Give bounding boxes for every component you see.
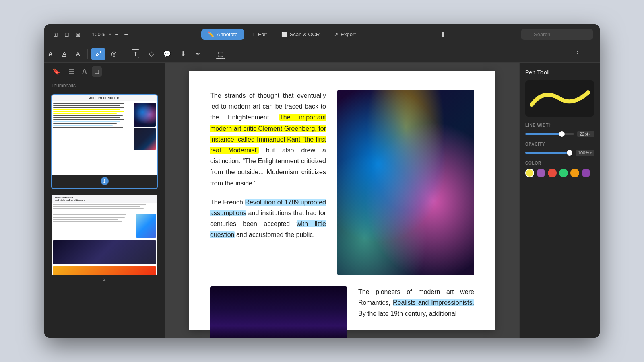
line-width-label: LINE WIDTH bbox=[525, 123, 594, 128]
search-wrapper bbox=[521, 29, 593, 40]
paragraph-2: The French Revolution of 1789 uprooted a… bbox=[210, 197, 326, 241]
tab-scan-ocr-label: Scan & OCR bbox=[290, 31, 320, 37]
thumbnail-img-2a bbox=[53, 240, 156, 264]
thumbnail-page-1[interactable]: MODERN CONCEPTS bbox=[51, 94, 158, 189]
opacity-label: OPACITY bbox=[525, 142, 594, 146]
stamp-btn[interactable]: ⬇ bbox=[177, 48, 190, 60]
thumbnail-img-2b bbox=[53, 266, 156, 275]
comment-icon: 💬 bbox=[163, 50, 171, 58]
color-swatch-purple[interactable] bbox=[537, 169, 545, 177]
thumbnail-text-1 bbox=[53, 103, 132, 174]
sidebar: 🔖 ☰ A □ Thumbnails MODERN CONCEPTS bbox=[44, 63, 165, 338]
doc-image-top bbox=[337, 90, 474, 275]
sidebar-tab-pages[interactable]: □ bbox=[92, 66, 102, 77]
signature-icon: ✒ bbox=[196, 50, 201, 58]
color-swatch-green[interactable] bbox=[559, 169, 568, 177]
highlight-btn[interactable]: 🖊 bbox=[91, 48, 105, 60]
color-swatches bbox=[525, 169, 594, 177]
page-2-num: 2 bbox=[52, 275, 157, 283]
annotate-icon: ✏️ bbox=[208, 31, 214, 37]
thumbnail-page-2[interactable]: Postmodernismand high-tech architecture bbox=[51, 194, 158, 284]
comment-btn[interactable]: 💬 bbox=[159, 48, 175, 60]
opacity-value[interactable]: 100% ▾ bbox=[576, 150, 594, 156]
line-width-dropdown-icon: ▾ bbox=[589, 132, 590, 136]
main-content: 🔖 ☰ A □ Thumbnails MODERN CONCEPTS bbox=[44, 63, 600, 338]
zoom-value[interactable]: 100% bbox=[89, 31, 107, 38]
doc-content-bottom: The pioneers of modern art were Romantic… bbox=[210, 286, 474, 338]
tab-edit-label: Edit bbox=[258, 31, 266, 37]
thumbnail-body-2 bbox=[52, 203, 157, 275]
opacity-row: 100% ▾ bbox=[525, 150, 594, 156]
split-view-btn[interactable]: ⊠ bbox=[73, 30, 83, 39]
opacity-track[interactable] bbox=[525, 152, 572, 154]
tab-annotate[interactable]: ✏️ Annotate bbox=[201, 29, 244, 40]
thumbnail-header-2: Postmodernismand high-tech architecture bbox=[52, 195, 157, 203]
select-icon: ⬚ bbox=[216, 49, 225, 59]
annotation-toolbar: A A A 🖊 ◎ T ◇ 💬 ⬇ ✒ ⬚ bbox=[44, 45, 600, 63]
doc-image-fluid bbox=[337, 90, 474, 275]
pen-preview bbox=[525, 80, 594, 117]
highlight-2a: Revolution of 1789 uprooted assumptions bbox=[210, 199, 326, 216]
paragraph-3: The pioneers of modern art were Romantic… bbox=[358, 286, 474, 338]
text-style-btn[interactable]: A bbox=[44, 48, 57, 60]
chevron-down-icon: ▾ bbox=[109, 32, 111, 37]
thumbnail-card-2: Postmodernismand high-tech architecture bbox=[52, 195, 157, 275]
signature-btn[interactable]: ✒ bbox=[192, 48, 205, 60]
sidebar-tab-list[interactable]: ☰ bbox=[65, 66, 77, 77]
underline-btn[interactable]: A bbox=[58, 48, 70, 60]
eraser-btn[interactable]: ◎ bbox=[107, 47, 121, 60]
tab-annotate-label: Annotate bbox=[217, 31, 237, 37]
document-area[interactable]: The strands of thought that eventually l… bbox=[165, 63, 519, 338]
opacity-thumb[interactable] bbox=[567, 150, 572, 156]
underline-icon: A bbox=[62, 50, 66, 57]
line-width-value[interactable]: 22pt ▾ bbox=[577, 131, 594, 137]
edit-icon: T bbox=[252, 31, 256, 37]
thumbnail-img-top bbox=[134, 103, 156, 127]
zoom-in-btn[interactable]: + bbox=[122, 30, 130, 39]
sidebar-tab-text[interactable]: A bbox=[79, 66, 90, 77]
tab-scan-ocr[interactable]: ⬜ Scan & OCR bbox=[275, 29, 326, 40]
toolbar-divider-1 bbox=[87, 49, 88, 59]
opacity-dropdown-icon: ▾ bbox=[590, 151, 592, 155]
zoom-out-btn[interactable]: − bbox=[113, 30, 120, 39]
color-swatch-violet[interactable] bbox=[582, 169, 590, 177]
thumbnail-img-bottom bbox=[134, 128, 156, 150]
opacity-fill bbox=[525, 152, 572, 154]
select-btn[interactable]: ⬚ bbox=[212, 47, 229, 61]
text-box-btn[interactable]: T bbox=[128, 47, 143, 60]
nav-tabs: ✏️ Annotate T Edit ⬜ Scan & OCR ↗ Export bbox=[201, 29, 362, 40]
page-1-badge-wrapper: 1 bbox=[52, 175, 157, 188]
highlight-2b: with little question bbox=[210, 220, 326, 238]
shape-btn[interactable]: ◇ bbox=[145, 47, 158, 60]
sidebar-tab-bookmark[interactable]: 🔖 bbox=[49, 66, 64, 77]
sidebar-toggle-btn[interactable]: ⊞ bbox=[51, 30, 60, 39]
tab-edit[interactable]: T Edit bbox=[246, 29, 273, 40]
grid-view-btn[interactable]: ⊟ bbox=[62, 30, 72, 39]
color-swatch-orange[interactable] bbox=[570, 169, 579, 177]
top-bar: ⊞ ⊟ ⊠ 100% ▾ − + ✏️ Annotate T Edit ⬜ Sc… bbox=[44, 24, 600, 45]
doc-content-top: The strands of thought that eventually l… bbox=[210, 90, 474, 275]
color-swatch-yellow[interactable] bbox=[525, 169, 534, 177]
pen-preview-svg bbox=[528, 84, 592, 113]
page-1-badge: 1 bbox=[101, 177, 109, 185]
line-width-fill bbox=[525, 133, 562, 135]
right-panel: Pen Tool LINE WIDTH 22pt ▾ OP bbox=[519, 63, 600, 338]
line-width-thumb[interactable] bbox=[559, 131, 565, 137]
export-icon: ↗ bbox=[334, 32, 338, 37]
search-input[interactable] bbox=[521, 29, 593, 40]
thumbnail-images-1 bbox=[134, 103, 156, 174]
tab-export[interactable]: ↗ Export bbox=[328, 29, 362, 40]
panel-toggle-btn[interactable]: ⋮⋮ bbox=[570, 47, 592, 60]
share-btn[interactable]: ⬆ bbox=[437, 29, 449, 41]
thumbnails-label: Thumbnails bbox=[44, 80, 165, 91]
highlight-3: Realists and Impressionists. bbox=[393, 299, 474, 306]
color-swatch-red[interactable] bbox=[548, 169, 557, 177]
stamp-icon: ⬇ bbox=[181, 50, 186, 58]
document-page: The strands of thought that eventually l… bbox=[189, 71, 495, 330]
strikethrough-btn[interactable]: A bbox=[72, 48, 84, 60]
tab-export-label: Export bbox=[341, 31, 356, 37]
strikethrough-icon: A bbox=[76, 50, 80, 57]
doc-image-bottom bbox=[210, 286, 347, 338]
text-box-icon: T bbox=[132, 49, 139, 58]
line-width-track[interactable] bbox=[525, 133, 574, 135]
